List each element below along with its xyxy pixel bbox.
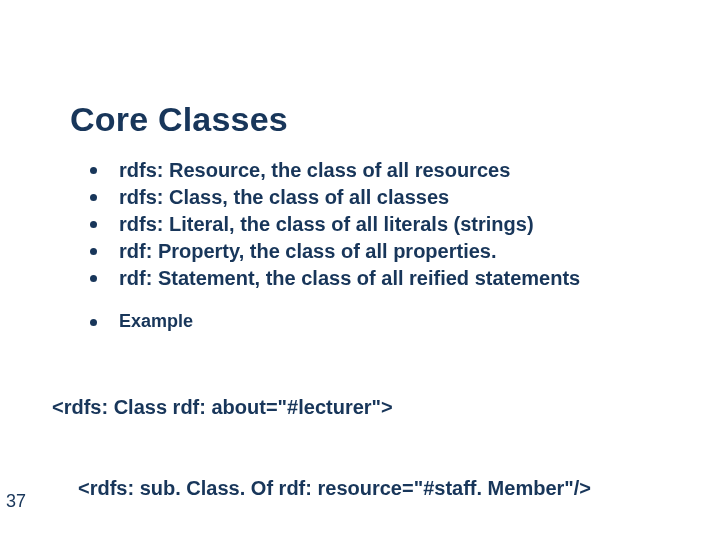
bullet-text: rdf: Statement, the class of all reified… bbox=[119, 266, 580, 291]
list-item: rdf: Property, the class of all properti… bbox=[90, 239, 650, 264]
bullet-icon bbox=[90, 194, 97, 201]
bullet-icon bbox=[90, 248, 97, 255]
example-section: Example bbox=[90, 310, 650, 338]
list-item: rdf: Statement, the class of all reified… bbox=[90, 266, 650, 291]
bullet-text: rdfs: Class, the class of all classes bbox=[119, 185, 449, 210]
list-item: rdfs: Resource, the class of all resourc… bbox=[90, 158, 650, 183]
code-line: <rdfs: sub. Class. Of rdf: resource="#st… bbox=[52, 475, 672, 502]
slide: Core Classes rdfs: Resource, the class o… bbox=[0, 0, 720, 540]
list-item: rdfs: Class, the class of all classes bbox=[90, 185, 650, 210]
bullet-text: rdf: Property, the class of all properti… bbox=[119, 239, 497, 264]
code-line: <rdfs: Class rdf: about="#lecturer"> bbox=[52, 394, 672, 421]
bullet-icon bbox=[90, 167, 97, 174]
page-number: 37 bbox=[6, 491, 26, 512]
list-item: rdfs: Literal, the class of all literals… bbox=[90, 212, 650, 237]
bullet-text: rdfs: Literal, the class of all literals… bbox=[119, 212, 534, 237]
bullet-icon bbox=[90, 275, 97, 282]
bullet-list: rdfs: Resource, the class of all resourc… bbox=[90, 158, 650, 293]
slide-title: Core Classes bbox=[70, 100, 288, 139]
example-label: Example bbox=[119, 310, 193, 332]
bullet-text: rdfs: Resource, the class of all resourc… bbox=[119, 158, 510, 183]
bullet-icon bbox=[90, 319, 97, 326]
bullet-icon bbox=[90, 221, 97, 228]
list-item: Example bbox=[90, 310, 650, 332]
code-block: <rdfs: Class rdf: about="#lecturer"> <rd… bbox=[52, 340, 672, 540]
